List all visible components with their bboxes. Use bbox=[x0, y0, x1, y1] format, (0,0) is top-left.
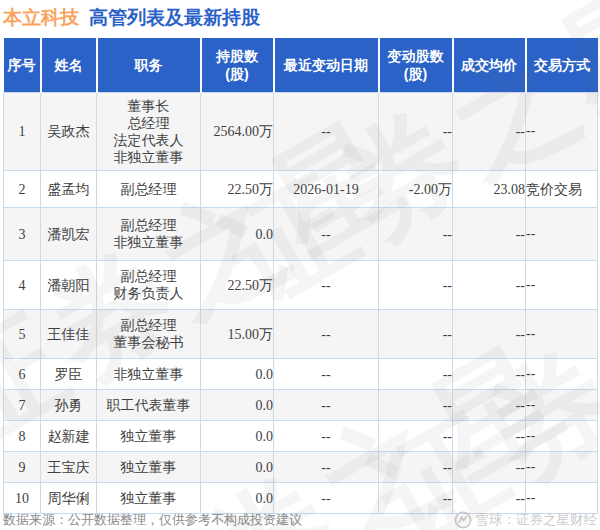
cell-change-date: 2026-01-19 bbox=[274, 171, 379, 208]
cell-shares: 0.0 bbox=[201, 208, 274, 261]
title-text: 高管列表及最新持股 bbox=[89, 7, 260, 28]
col-header-shares: 持股数 (股) bbox=[201, 38, 274, 93]
page-title: 本立科技高管列表及最新持股 bbox=[3, 5, 260, 31]
cell-shares: 0.0 bbox=[201, 483, 274, 514]
cell-trade-method: 竞价交易 bbox=[526, 171, 598, 208]
cell-no: 4 bbox=[4, 261, 41, 310]
cell-change-shares: -- bbox=[379, 310, 453, 359]
cell-position: 独立董事 bbox=[97, 483, 201, 514]
cell-name: 潘凯宏 bbox=[41, 208, 97, 261]
cell-change-date: -- bbox=[274, 390, 379, 421]
cell-trade-method: -- bbox=[526, 452, 598, 483]
cell-change-date: -- bbox=[274, 483, 379, 514]
cell-shares: 22.50万 bbox=[201, 171, 274, 208]
cell-change-date: -- bbox=[274, 359, 379, 390]
cell-position: 独立董事 bbox=[97, 421, 201, 452]
cell-position: 董事长 总经理 法定代表人 非独立董事 bbox=[97, 93, 201, 171]
cell-avg-price: 23.08 bbox=[453, 171, 526, 208]
cell-change-date: -- bbox=[274, 421, 379, 452]
table-row: 9 王宝庆 独立董事 0.0 -- -- -- -- bbox=[4, 452, 598, 483]
holdings-table: 序号 姓名 职务 持股数 (股) 最近变动日期 变动股数 (股) 成交均价 交易… bbox=[3, 38, 598, 514]
cell-shares: 0.0 bbox=[201, 421, 274, 452]
table-row: 10 周华俐 独立董事 0.0 -- -- -- -- bbox=[4, 483, 598, 514]
col-header-avg-price: 成交均价 bbox=[453, 38, 526, 93]
footer: 数据来源：公开数据整理，仅供参考不构成投资建议 雪球：证券之星财经 bbox=[3, 511, 597, 529]
table-row: 3 潘凯宏 副总经理 非独立董事 0.0 -- -- -- -- bbox=[4, 208, 598, 261]
cell-avg-price: -- bbox=[453, 93, 526, 171]
cell-name: 罗臣 bbox=[41, 359, 97, 390]
cell-change-date: -- bbox=[274, 93, 379, 171]
cell-no: 8 bbox=[4, 421, 41, 452]
table-row: 2 盛孟均 副总经理 22.50万 2026-01-19 -2.00万 23.0… bbox=[4, 171, 598, 208]
cell-change-shares: -- bbox=[379, 452, 453, 483]
cell-avg-price: -- bbox=[453, 208, 526, 261]
cell-name: 赵新建 bbox=[41, 421, 97, 452]
cell-trade-method: -- bbox=[526, 310, 598, 359]
cell-name: 王宝庆 bbox=[41, 452, 97, 483]
cell-name: 王佳佳 bbox=[41, 310, 97, 359]
table-header-row: 序号 姓名 职务 持股数 (股) 最近变动日期 变动股数 (股) 成交均价 交易… bbox=[4, 38, 598, 93]
xueqiu-logo-icon bbox=[454, 511, 472, 529]
cell-name: 周华俐 bbox=[41, 483, 97, 514]
cell-change-shares: -2.00万 bbox=[379, 171, 453, 208]
cell-shares: 0.0 bbox=[201, 390, 274, 421]
cell-trade-method: -- bbox=[526, 390, 598, 421]
cell-shares: 2564.00万 bbox=[201, 93, 274, 171]
cell-shares: 0.0 bbox=[201, 452, 274, 483]
cell-avg-price: -- bbox=[453, 483, 526, 514]
cell-change-shares: -- bbox=[379, 93, 453, 171]
cell-trade-method: -- bbox=[526, 483, 598, 514]
cell-no: 3 bbox=[4, 208, 41, 261]
cell-position: 非独立董事 bbox=[97, 359, 201, 390]
col-header-position: 职务 bbox=[97, 38, 201, 93]
page: 证券之星 证券之星 证券之星 证券之星 本立科技高管列表及最新持股 序号 姓名 … bbox=[0, 0, 600, 530]
cell-change-shares: -- bbox=[379, 359, 453, 390]
cell-position: 副总经理 董事会秘书 bbox=[97, 310, 201, 359]
cell-trade-method: -- bbox=[526, 261, 598, 310]
col-header-no: 序号 bbox=[4, 38, 41, 93]
cell-change-date: -- bbox=[274, 310, 379, 359]
cell-position: 独立董事 bbox=[97, 452, 201, 483]
cell-shares: 15.00万 bbox=[201, 310, 274, 359]
cell-avg-price: -- bbox=[453, 421, 526, 452]
table-row: 4 潘朝阳 副总经理 财务负责人 22.50万 -- -- -- -- bbox=[4, 261, 598, 310]
cell-no: 6 bbox=[4, 359, 41, 390]
cell-no: 2 bbox=[4, 171, 41, 208]
cell-avg-price: -- bbox=[453, 310, 526, 359]
cell-no: 5 bbox=[4, 310, 41, 359]
data-source-disclaimer: 数据来源：公开数据整理，仅供参考不构成投资建议 bbox=[3, 511, 302, 529]
table-row: 8 赵新建 独立董事 0.0 -- -- -- -- bbox=[4, 421, 598, 452]
brand-mark: 雪球：证券之星财经 bbox=[454, 511, 598, 529]
cell-position: 职工代表董事 bbox=[97, 390, 201, 421]
col-header-name: 姓名 bbox=[41, 38, 97, 93]
cell-trade-method: -- bbox=[526, 93, 598, 171]
col-header-change-date: 最近变动日期 bbox=[274, 38, 379, 93]
cell-name: 潘朝阳 bbox=[41, 261, 97, 310]
company-name: 本立科技 bbox=[3, 7, 79, 28]
cell-change-date: -- bbox=[274, 261, 379, 310]
cell-position: 副总经理 财务负责人 bbox=[97, 261, 201, 310]
cell-no: 1 bbox=[4, 93, 41, 171]
cell-avg-price: -- bbox=[453, 452, 526, 483]
table-row: 7 孙勇 职工代表董事 0.0 -- -- -- -- bbox=[4, 390, 598, 421]
cell-no: 7 bbox=[4, 390, 41, 421]
cell-change-date: -- bbox=[274, 452, 379, 483]
cell-change-shares: -- bbox=[379, 390, 453, 421]
cell-change-shares: -- bbox=[379, 421, 453, 452]
cell-avg-price: -- bbox=[453, 359, 526, 390]
cell-position: 副总经理 bbox=[97, 171, 201, 208]
table-row: 5 王佳佳 副总经理 董事会秘书 15.00万 -- -- -- -- bbox=[4, 310, 598, 359]
cell-name: 吴政杰 bbox=[41, 93, 97, 171]
cell-no: 10 bbox=[4, 483, 41, 514]
brand-text: 雪球：证券之星财经 bbox=[476, 511, 598, 529]
col-header-change-shares: 变动股数 (股) bbox=[379, 38, 453, 93]
col-header-trade-method: 交易方式 bbox=[526, 38, 598, 93]
cell-change-date: -- bbox=[274, 208, 379, 261]
cell-position: 副总经理 非独立董事 bbox=[97, 208, 201, 261]
cell-avg-price: -- bbox=[453, 390, 526, 421]
cell-shares: 22.50万 bbox=[201, 261, 274, 310]
cell-change-shares: -- bbox=[379, 261, 453, 310]
cell-avg-price: -- bbox=[453, 261, 526, 310]
cell-shares: 0.0 bbox=[201, 359, 274, 390]
cell-change-shares: -- bbox=[379, 483, 453, 514]
